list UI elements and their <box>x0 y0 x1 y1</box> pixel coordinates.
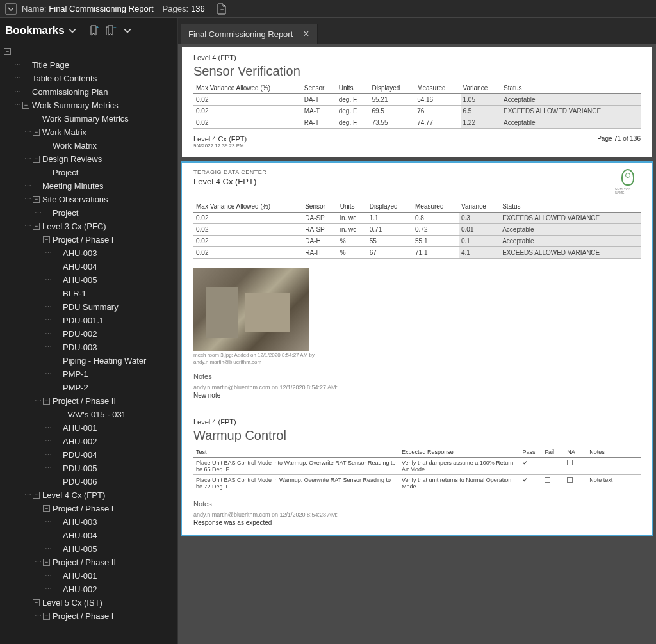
cell: 0.1 <box>459 236 500 247</box>
bookmark-options[interactable] <box>121 24 134 37</box>
tree-row[interactable]: ⋯Piping - Heating Water <box>0 354 177 367</box>
tree-row[interactable]: ⋯−Project / Phase I <box>0 609 177 623</box>
tree-row[interactable]: ⋯−Project / Phase II <box>0 394 177 408</box>
tree-row[interactable]: ⋯Commissioning Plan <box>0 85 177 99</box>
tree-row[interactable]: ⋯PMP-1 <box>0 367 177 381</box>
tree-row[interactable]: ⋯−Project / Phase II <box>0 556 177 569</box>
expand-icon[interactable]: − <box>33 156 40 163</box>
tree-row[interactable]: ⋯AHU-004 <box>0 260 177 273</box>
bookmarks-dropdown[interactable] <box>69 27 76 35</box>
expand-icon[interactable]: − <box>33 223 40 230</box>
tree-row[interactable]: ⋯Project <box>0 206 177 220</box>
cell: Acceptable <box>501 117 641 129</box>
tree-row[interactable]: ⋯PDU-004 <box>0 448 177 462</box>
cell: 0.02 <box>193 236 302 247</box>
expand-icon[interactable]: − <box>43 236 50 243</box>
tree-row[interactable]: ⋯−Project / Phase I <box>0 502 177 515</box>
note-text: Response was as expected <box>193 519 641 526</box>
name-value: Final Commissioning Report <box>49 4 153 13</box>
tree-row[interactable]: ⋯−Design Reviews <box>0 152 177 166</box>
cell: 6.5 <box>461 106 502 117</box>
sidebar-header: Bookmarks + + <box>0 18 177 44</box>
cell: 0.02 <box>193 117 302 129</box>
tree-row[interactable]: ⋯AHU-002 <box>0 583 177 596</box>
tree-row[interactable]: ⋯−Project / Phase I <box>0 233 177 246</box>
tree-row[interactable]: ⋯PDU Summary <box>0 300 177 314</box>
tree-row[interactable]: ⋯−Level 5 Cx (IST) <box>0 596 177 609</box>
col-header: Max Variance Allowed (%) <box>193 83 302 94</box>
tree-row[interactable]: ⋯Project <box>0 166 177 179</box>
expand-icon[interactable]: − <box>43 505 50 512</box>
tree-row[interactable]: ⋯Table of Contents <box>0 72 177 85</box>
cell: ✔ <box>520 458 543 475</box>
tree-row[interactable]: ⋯PDU-002 <box>0 327 177 341</box>
tree-row[interactable]: ⋯−Level 3 Cx (PFC) <box>0 220 177 233</box>
tree-label: Meeting Minutes <box>42 181 103 191</box>
tree-row[interactable]: ⋯AHU-004 <box>0 529 177 542</box>
expand-icon[interactable]: − <box>33 196 40 203</box>
cell: Acceptable <box>500 236 641 247</box>
expand-icon[interactable]: − <box>33 129 40 136</box>
expand-icon[interactable]: − <box>43 559 50 566</box>
cell: DA-T <box>302 94 336 106</box>
tree-row[interactable]: ⋯Meeting Minutes <box>0 179 177 193</box>
tree-row[interactable]: ⋯−Site Observations <box>0 193 177 206</box>
tree-row[interactable]: ⋯_VAV's 015 - 031 <box>0 408 177 421</box>
photo-caption: mech room 3.jpg: Added on 12/1/2020 8:54… <box>193 352 641 358</box>
expand-icon[interactable]: − <box>43 398 50 405</box>
cell: deg. F. <box>336 94 370 106</box>
tree-row[interactable]: ⋯AHU-003 <box>0 246 177 260</box>
content-area: Final Commissioning Report × Level 4 (FP… <box>178 18 656 644</box>
tree-label: PDU-006 <box>63 477 97 487</box>
cell: Note text <box>587 475 641 492</box>
document-tab[interactable]: Final Commissioning Report × <box>181 24 318 44</box>
tree-row[interactable]: ⋯AHU-001 <box>0 569 177 583</box>
tree-row[interactable]: ⋯PDU-001.1 <box>0 314 177 327</box>
expand-icon[interactable]: − <box>33 492 40 499</box>
tree-row[interactable]: ⋯AHU-005 <box>0 542 177 556</box>
bookmark-tree[interactable]: −⋯Title Page⋯Table of Contents⋯Commissio… <box>0 44 177 644</box>
bookmark-add-icon[interactable]: + <box>88 24 101 37</box>
new-page-icon[interactable]: + <box>217 3 228 15</box>
cell: 55.21 <box>369 94 414 106</box>
tree-row[interactable]: ⋯−Level 4 Cx (FPT) <box>0 488 177 502</box>
expand-icon[interactable]: − <box>22 102 29 109</box>
section-title: Warmup Control <box>193 428 641 443</box>
tree-row[interactable]: ⋯Work Matrix <box>0 139 177 152</box>
cell: 0.01 <box>459 224 500 236</box>
document-viewport[interactable]: Level 4 (FPT) Sensor Verification Max Va… <box>178 44 656 644</box>
tree-row[interactable]: ⋯PDU-006 <box>0 475 177 488</box>
tree-row[interactable]: ⋯BLR-1 <box>0 287 177 300</box>
tree-row[interactable]: ⋯PMP-2 <box>0 381 177 394</box>
tree-label: Table of Contents <box>32 74 97 83</box>
tree-row[interactable]: ⋯AHU-005 <box>0 273 177 287</box>
chevron-down-button[interactable] <box>5 3 17 15</box>
tree-row[interactable]: ⋯AHU-001 <box>0 421 177 435</box>
cell: Acceptable <box>500 224 641 236</box>
tree-row[interactable]: ⋯PDU-003 <box>0 341 177 354</box>
cell: RA-H <box>302 247 337 259</box>
tree-row[interactable]: ⋯Work Summary Metrics <box>0 112 177 125</box>
cell: DA-SP <box>302 213 337 224</box>
tree-row[interactable]: ⋯Title Page <box>0 58 177 72</box>
tree-row[interactable]: ⋯AHU-002 <box>0 435 177 448</box>
tree-row[interactable]: − <box>0 45 177 58</box>
expand-icon[interactable]: − <box>33 599 40 606</box>
tree-row[interactable]: ⋯−Work Summary Metrics <box>0 99 177 112</box>
bookmark-add2-icon[interactable]: + <box>104 24 117 37</box>
cell: EXCEEDS ALLOWED VARIANCE <box>501 106 641 117</box>
tree-label: Work Matrix <box>53 141 97 150</box>
cell: 4.1 <box>459 247 500 259</box>
level-label: Level 4 (FPT) <box>193 54 641 61</box>
tree-row[interactable]: ⋯AHU-003 <box>0 515 177 529</box>
bookmarks-sidebar: Bookmarks + + −⋯Title Page⋯Table of Cont… <box>0 18 178 644</box>
tree-row[interactable]: ⋯PDU-005 <box>0 462 177 475</box>
chevron-down-icon <box>124 27 131 35</box>
cell: 0.02 <box>193 106 302 117</box>
cell: 73.55 <box>369 117 414 129</box>
checkbox-icon <box>567 477 573 483</box>
expand-icon[interactable]: − <box>4 48 11 55</box>
expand-icon[interactable]: − <box>43 613 50 620</box>
tree-row[interactable]: ⋯−Work Matrix <box>0 125 177 139</box>
tab-close-icon[interactable]: × <box>303 28 309 40</box>
